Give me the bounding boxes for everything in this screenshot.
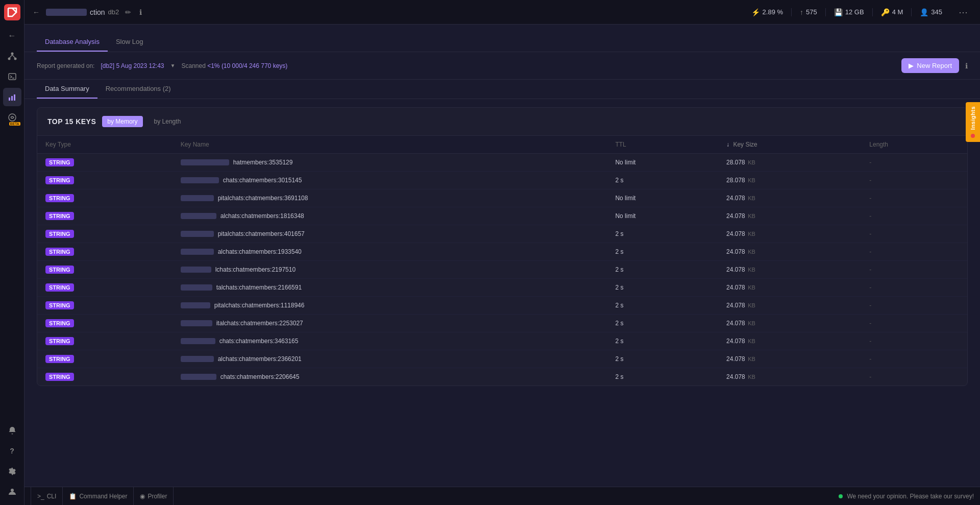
- key-suffix: pitalchats:chatmembers:1118946: [214, 302, 305, 309]
- col-key-size[interactable]: ↓ Key Size: [718, 136, 861, 154]
- cell-type-4: STRING: [37, 225, 173, 243]
- cell-key-5: alchats:chatmembers:1933540: [173, 243, 607, 261]
- profiler-button[interactable]: ◉ Profiler: [134, 487, 174, 505]
- cpu-value: 2.89 %: [763, 8, 783, 16]
- sidebar-item-user[interactable]: [3, 483, 21, 501]
- memory-icon: 💾: [834, 8, 843, 16]
- svg-point-1: [11, 53, 13, 55]
- cell-key-1: chats:chatmembers:3015145: [173, 172, 607, 189]
- sidebar-item-terminal[interactable]: [3, 67, 21, 86]
- sort-arrow-icon: ↓: [726, 141, 729, 148]
- cell-size-2: 24.078 KB: [718, 189, 861, 207]
- info-icon-topbar[interactable]: ℹ: [137, 6, 144, 18]
- type-badge: STRING: [45, 337, 74, 345]
- bottom-bar: >_ CLI 📋 Command Helper ◉ Profiler We ne…: [24, 487, 980, 505]
- cell-size-9: 24.078 KB: [718, 315, 861, 332]
- tab-data-summary[interactable]: Data Summary: [37, 80, 97, 99]
- cell-length-6: -: [861, 261, 967, 279]
- key-redacted: [181, 374, 216, 380]
- cell-length-9: -: [861, 315, 967, 332]
- cell-key-7: talchats:chatmembers:2166591: [173, 279, 607, 297]
- scanned-detail: (10 000/4 246 770 keys): [222, 62, 287, 69]
- tab-slow-log[interactable]: Slow Log: [108, 33, 151, 52]
- type-badge: STRING: [45, 248, 74, 256]
- cell-type-6: STRING: [37, 261, 173, 279]
- cell-ttl-10: 2 s: [607, 332, 718, 350]
- key-redacted: [181, 159, 229, 165]
- connections-icon: ↑: [800, 8, 803, 16]
- new-report-button[interactable]: ▶ New Report: [901, 58, 959, 73]
- cell-ttl-3: No limit: [607, 207, 718, 225]
- metric-users: 👤 345: [912, 8, 950, 16]
- sidebar-item-back[interactable]: ←: [3, 27, 21, 45]
- cell-type-3: STRING: [37, 207, 173, 225]
- cell-size-12: 24.078 KB: [718, 368, 861, 386]
- breadcrumb-suffix: ction: [90, 8, 105, 16]
- key-suffix: italchats:chatmembers:2253027: [216, 320, 303, 327]
- topbar: ← ction db2 ✏ ℹ ⚡ 2.89 % ↑ 575 💾 12 GB 🔑: [24, 0, 980, 25]
- cell-type-1: STRING: [37, 172, 173, 189]
- metric-keys: 🔑 4 M: [873, 8, 912, 16]
- cell-length-2: -: [861, 189, 967, 207]
- sidebar-item-notifications[interactable]: [3, 421, 21, 440]
- breadcrumb: ction db2: [46, 8, 119, 16]
- svg-rect-0: [4, 4, 20, 20]
- svg-line-4: [10, 55, 12, 58]
- table-row: STRING italchats:chatmembers:2253027 2 s…: [37, 315, 967, 332]
- cell-size-3: 24.078 KB: [718, 207, 861, 225]
- type-badge: STRING: [45, 373, 74, 381]
- report-dropdown-icon[interactable]: ▼: [170, 63, 176, 68]
- cell-ttl-12: 2 s: [607, 368, 718, 386]
- sidebar-item-connections[interactable]: [3, 47, 21, 65]
- connections-value: 575: [806, 8, 817, 16]
- table-row: STRING lchats:chatmembers:2197510 2 s 24…: [37, 261, 967, 279]
- sidebar-item-ai[interactable]: [3, 108, 21, 127]
- page-tabs: Database Analysis Slow Log: [37, 33, 968, 52]
- col-ttl: TTL: [607, 136, 718, 154]
- key-redacted: [181, 249, 214, 255]
- command-helper-icon: 📋: [69, 493, 77, 500]
- cell-type-9: STRING: [37, 315, 173, 332]
- breadcrumb-redacted: [46, 9, 87, 16]
- type-badge: STRING: [45, 158, 74, 166]
- cell-size-5: 24.078 KB: [718, 243, 861, 261]
- edit-icon[interactable]: ✏: [123, 6, 133, 18]
- insights-panel[interactable]: Insights: [966, 102, 980, 142]
- tab-database-analysis[interactable]: Database Analysis: [37, 33, 108, 52]
- cli-button[interactable]: >_ CLI: [31, 487, 63, 505]
- cell-size-6: 24.078 KB: [718, 261, 861, 279]
- topbar-more-icon[interactable]: ⋯: [954, 7, 972, 18]
- table-row: STRING hatmembers:3535129 No limit 28.07…: [37, 154, 967, 172]
- sidebar-item-settings[interactable]: [3, 462, 21, 480]
- cell-key-11: alchats:chatmembers:2366201: [173, 350, 607, 368]
- key-suffix: chats:chatmembers:3463165: [219, 338, 299, 345]
- metric-memory: 💾 12 GB: [826, 8, 873, 16]
- cell-length-7: -: [861, 279, 967, 297]
- table-row: STRING pitalchats:chatmembers:1118946 2 …: [37, 297, 967, 315]
- command-helper-button[interactable]: 📋 Command Helper: [63, 487, 134, 505]
- table-body: STRING hatmembers:3535129 No limit 28.07…: [37, 154, 967, 386]
- new-report-label: New Report: [917, 62, 952, 69]
- users-icon: 👤: [920, 8, 928, 16]
- sidebar: ←: [0, 0, 24, 505]
- tab-recommendations[interactable]: Recommendations (2): [97, 80, 179, 99]
- sidebar-item-analysis[interactable]: [3, 88, 21, 106]
- cell-size-11: 24.078 KB: [718, 350, 861, 368]
- survey-text: We need your opinion. Please take our su…: [847, 493, 974, 500]
- cell-length-4: -: [861, 225, 967, 243]
- topbar-metrics: ⚡ 2.89 % ↑ 575 💾 12 GB 🔑 4 M 👤 345: [743, 8, 950, 16]
- table-row: STRING pitalchats:chatmembers:3691108 No…: [37, 189, 967, 207]
- sidebar-item-help[interactable]: ?: [3, 442, 21, 460]
- sort-by-length-button[interactable]: by Length: [149, 116, 186, 127]
- back-button[interactable]: ←: [33, 8, 40, 16]
- cell-length-5: -: [861, 243, 967, 261]
- keys-value: 4 M: [892, 8, 903, 16]
- cli-label: CLI: [47, 493, 57, 500]
- report-value[interactable]: [db2] 5 Aug 2023 12:43: [101, 62, 164, 69]
- sort-by-memory-button[interactable]: by Memory: [102, 116, 142, 127]
- report-info-icon[interactable]: ℹ: [965, 62, 968, 70]
- app-logo[interactable]: [4, 4, 20, 20]
- table-row: STRING alchats:chatmembers:2366201 2 s 2…: [37, 350, 967, 368]
- new-report-icon: ▶: [909, 62, 914, 69]
- key-redacted: [181, 213, 216, 219]
